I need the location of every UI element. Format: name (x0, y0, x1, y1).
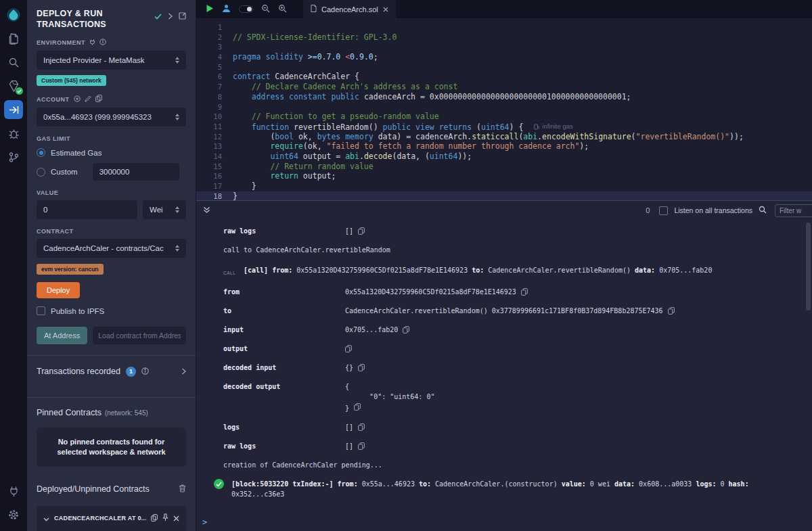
copy-account-icon[interactable] (95, 95, 102, 103)
line-number: 3 (196, 42, 233, 52)
run-script-icon[interactable] (206, 3, 214, 16)
copy-icon[interactable] (345, 345, 352, 352)
custom-gas-input[interactable] (93, 163, 179, 181)
add-account-icon[interactable] (74, 95, 81, 103)
estimated-gas-option[interactable]: Estimated Gas (37, 148, 186, 157)
plug-icon[interactable] (89, 39, 95, 47)
at-address-button[interactable]: At Address (37, 327, 87, 344)
zoom-out-icon[interactable] (261, 3, 270, 16)
close-icon[interactable] (173, 512, 179, 524)
copy-icon[interactable] (358, 423, 365, 431)
info-icon[interactable] (141, 365, 149, 377)
terminal-prompt[interactable]: > (202, 517, 207, 527)
code-line-3[interactable]: 3 (196, 42, 812, 52)
code-line-1[interactable]: 1 (196, 22, 812, 32)
line-number: 8 (196, 92, 233, 102)
code-line-8[interactable]: 8 address constant public cadenceArch = … (196, 92, 812, 102)
line-number: 16 (196, 171, 233, 181)
divider (27, 397, 196, 398)
copy-icon[interactable] (151, 512, 158, 524)
deploy-run-icon[interactable] (4, 100, 23, 119)
code-line-10[interactable]: 10 // Function to get a pseudo-random va… (196, 112, 812, 122)
copy-icon[interactable] (358, 227, 365, 235)
copy-icon[interactable] (354, 403, 361, 411)
value-unit-select[interactable]: Wei (143, 200, 186, 219)
at-address-input[interactable] (93, 327, 186, 344)
terminal-text-row: creation of CadenceArchCaler pending... (223, 460, 798, 470)
search-icon[interactable] (4, 53, 23, 72)
transactions-count-badge: 1 (126, 367, 136, 377)
solidity-compiler-icon[interactable] (4, 76, 23, 95)
pin-icon[interactable] (162, 512, 168, 524)
custom-gas-radio[interactable] (37, 168, 45, 177)
code-line-15[interactable]: 15 // Return random value (196, 162, 812, 172)
contract-select[interactable]: CadenceArchCaler - contracts/Cac (37, 239, 186, 258)
copy-icon[interactable] (358, 364, 365, 371)
publish-ipfs-option[interactable]: Publish to IPFS (37, 306, 186, 315)
line-number: 4 (196, 52, 233, 62)
collapse-terminal-icon[interactable] (203, 204, 210, 216)
settings-icon[interactable] (4, 505, 23, 524)
select-carets-icon (175, 245, 179, 252)
code-line-9[interactable]: 9 (196, 102, 812, 112)
code-line-14[interactable]: 14 uint64 output = abi.decode(data, (uin… (196, 152, 812, 162)
code-line-5[interactable]: 5 (196, 62, 812, 72)
value-label: VALUE (37, 189, 58, 196)
tab-close-icon[interactable] (383, 5, 388, 14)
code-line-2[interactable]: 2// SPDX-License-Identifier: GPL-3.0 (196, 32, 812, 43)
code-line-17[interactable]: 17 } (196, 181, 812, 191)
code-line-13[interactable]: 13 require(ok, "failed to fetch a random… (196, 141, 812, 152)
terminal-log[interactable]: raw logs[]call to CadenceArchCaler.rever… (196, 220, 812, 531)
copy-icon[interactable] (668, 307, 675, 315)
plugin-manager-icon[interactable] (4, 482, 23, 501)
pin-panel-icon[interactable] (179, 10, 186, 22)
code-line-6[interactable]: 6contract CadenceArchCaler { (196, 72, 812, 82)
terminal-scrollbar[interactable] (806, 223, 811, 310)
terminal-kv-row: toCadenceArchCaler.revertibleRandom() 0x… (223, 306, 798, 316)
main-area: CadenceArch.sol 12// SPDX-License-Identi… (196, 0, 812, 531)
code-line-7[interactable]: 7 // Declare Cadence Arch's address as a… (196, 82, 812, 92)
terminal-kv-row: logs[] (223, 422, 798, 432)
icon-sidebar (0, 0, 27, 531)
terminal: 0 Listen on all transactions raw logs[]c… (196, 200, 812, 531)
code-line-16[interactable]: 16 return output; (196, 171, 812, 181)
code-line-18[interactable]: 18} (196, 191, 812, 200)
value-input[interactable] (37, 200, 137, 219)
debugger-icon[interactable] (4, 124, 23, 143)
publish-ipfs-checkbox[interactable] (37, 306, 45, 315)
listen-all-checkbox[interactable] (659, 206, 668, 215)
terminal-search-icon[interactable] (759, 204, 767, 216)
trash-icon[interactable] (179, 483, 186, 495)
copy-icon[interactable] (358, 442, 365, 450)
edit-account-icon[interactable] (85, 95, 91, 103)
terminal-filter-input[interactable] (775, 204, 812, 217)
code-editor[interactable]: 12// SPDX-License-Identifier: GPL-3.034p… (196, 18, 812, 200)
select-carets-icon (175, 57, 179, 64)
assistant-icon[interactable] (222, 3, 231, 16)
copilot-toggle-icon[interactable] (239, 5, 253, 13)
account-select[interactable]: 0x55a...46923 (999.999945323 (37, 108, 186, 126)
code-line-4[interactable]: 4pragma solidity >=0.7.0 <0.9.0; (196, 52, 812, 62)
zoom-in-icon[interactable] (278, 3, 287, 16)
transactions-recorded-row[interactable]: Transactions recorded 1 (37, 356, 186, 386)
chevron-right-icon[interactable] (181, 365, 186, 377)
terminal-badge-count: 0 (646, 206, 650, 214)
code-line-11[interactable]: 11 function revertibleRandom() public vi… (196, 122, 812, 132)
tab-cadencearch-sol[interactable]: CadenceArch.sol (303, 0, 396, 18)
git-icon[interactable] (4, 147, 23, 166)
copy-icon[interactable] (403, 326, 409, 333)
environment-select[interactable]: Injected Provider - MetaMask (37, 51, 186, 70)
copy-icon[interactable] (521, 288, 528, 296)
line-number: 9 (196, 102, 233, 112)
deploy-button[interactable]: Deploy (37, 282, 80, 298)
custom-gas-option[interactable]: Custom (37, 163, 186, 181)
code-line-12[interactable]: 12 (bool ok, bytes memory data) = cadenc… (196, 132, 812, 142)
file-explorer-icon[interactable] (4, 29, 23, 48)
evm-version-badge: evm version: cancun (37, 264, 104, 275)
info-icon[interactable] (99, 39, 106, 47)
chevron-down-icon[interactable] (43, 512, 49, 524)
estimated-gas-radio[interactable] (37, 148, 45, 157)
deployed-contract-title[interactable]: CADENCEARCHCALER AT 0... (54, 515, 146, 522)
chevron-right-icon[interactable] (168, 10, 173, 22)
terminal-kv-row: output (223, 344, 798, 354)
